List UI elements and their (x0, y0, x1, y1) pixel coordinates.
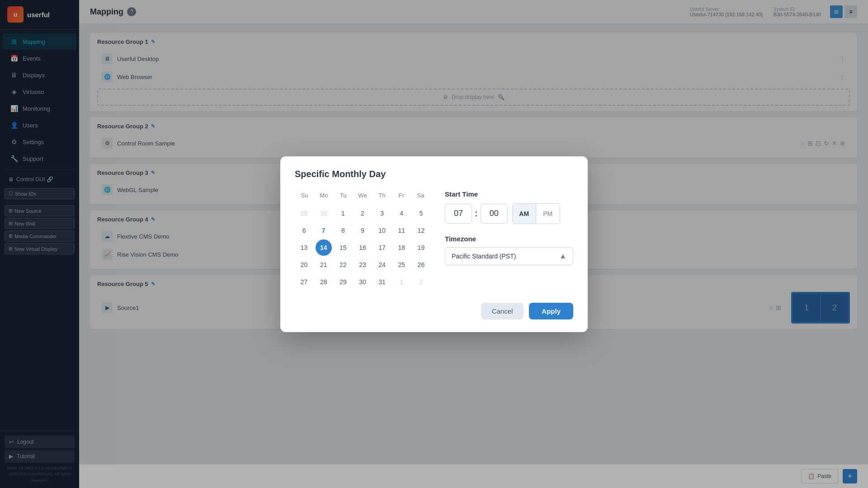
calendar-day[interactable]: 18 (393, 239, 410, 256)
am-button[interactable]: AM (513, 204, 536, 224)
modal-title: Specific Monthly Day (295, 169, 573, 179)
ampm-group: AM PM (512, 203, 560, 224)
modal-body: Su Mo Tu We Th Fr Sa 2930123456789101112… (295, 190, 573, 290)
calendar-day[interactable]: 14 (316, 239, 332, 256)
timezone-select[interactable]: Pacific Standard (PST) ▲ (445, 247, 573, 265)
start-time-label: Start Time (445, 190, 573, 198)
day-name-mo: Mo (314, 190, 334, 201)
calendar-day[interactable]: 21 (316, 257, 332, 273)
calendar-day[interactable]: 8 (335, 222, 351, 239)
day-name-tu: Tu (334, 190, 353, 201)
calendar-day[interactable]: 28 (316, 274, 332, 290)
calendar-day[interactable]: 9 (354, 222, 371, 239)
calendar-day[interactable]: 1 (393, 274, 410, 290)
calendar-day[interactable]: 30 (354, 274, 371, 290)
hour-input[interactable] (445, 204, 472, 224)
modal-footer: Cancel Apply (295, 303, 573, 319)
calendar-day[interactable]: 4 (393, 205, 410, 221)
calendar-day[interactable]: 20 (296, 257, 312, 273)
apply-button[interactable]: Apply (529, 303, 573, 319)
calendar-day[interactable]: 24 (374, 257, 390, 273)
calendar: Su Mo Tu We Th Fr Sa 2930123456789101112… (295, 190, 430, 290)
cancel-button[interactable]: Cancel (481, 303, 524, 319)
time-inputs: : AM PM (445, 203, 573, 224)
calendar-day[interactable]: 2 (413, 274, 429, 290)
calendar-day[interactable]: 6 (296, 222, 312, 239)
calendar-day[interactable]: 30 (316, 205, 332, 221)
time-section: Start Time : AM PM Timezone Pacific Stan… (445, 190, 573, 290)
modal-overlay: Specific Monthly Day Su Mo Tu We Th Fr S… (0, 0, 868, 488)
calendar-day[interactable]: 29 (296, 205, 312, 221)
time-colon: : (475, 208, 478, 219)
calendar-day[interactable]: 13 (296, 239, 312, 256)
calendar-day[interactable]: 12 (413, 222, 429, 239)
modal-dialog: Specific Monthly Day Su Mo Tu We Th Fr S… (280, 156, 588, 332)
day-name-fr: Fr (392, 190, 411, 201)
timezone-value: Pacific Standard (PST) (452, 253, 516, 260)
calendar-day[interactable]: 16 (354, 239, 371, 256)
pm-button[interactable]: PM (536, 204, 560, 224)
calendar-day[interactable]: 11 (393, 222, 410, 239)
calendar-day[interactable]: 19 (413, 239, 429, 256)
calendar-grid: 2930123456789101112131415161718192021222… (295, 205, 430, 290)
calendar-day[interactable]: 3 (374, 205, 390, 221)
calendar-day[interactable]: 22 (335, 257, 351, 273)
day-name-su: Su (295, 190, 314, 201)
day-name-sa: Sa (411, 190, 430, 201)
minute-input[interactable] (481, 204, 508, 224)
timezone-label: Timezone (445, 235, 573, 243)
chevron-up-icon: ▲ (559, 252, 566, 260)
day-name-we: We (353, 190, 373, 201)
calendar-day[interactable]: 7 (316, 222, 332, 239)
calendar-day[interactable]: 29 (335, 274, 351, 290)
calendar-day[interactable]: 15 (335, 239, 351, 256)
calendar-day[interactable]: 31 (374, 274, 390, 290)
day-name-th: Th (372, 190, 392, 201)
calendar-day[interactable]: 1 (335, 205, 351, 221)
calendar-day[interactable]: 25 (393, 257, 410, 273)
calendar-day[interactable]: 17 (374, 239, 390, 256)
calendar-header: Su Mo Tu We Th Fr Sa (295, 190, 430, 201)
calendar-day[interactable]: 26 (413, 257, 429, 273)
calendar-day[interactable]: 23 (354, 257, 371, 273)
calendar-day[interactable]: 5 (413, 205, 429, 221)
calendar-day[interactable]: 10 (374, 222, 390, 239)
calendar-day[interactable]: 27 (296, 274, 312, 290)
calendar-day[interactable]: 2 (354, 205, 371, 221)
